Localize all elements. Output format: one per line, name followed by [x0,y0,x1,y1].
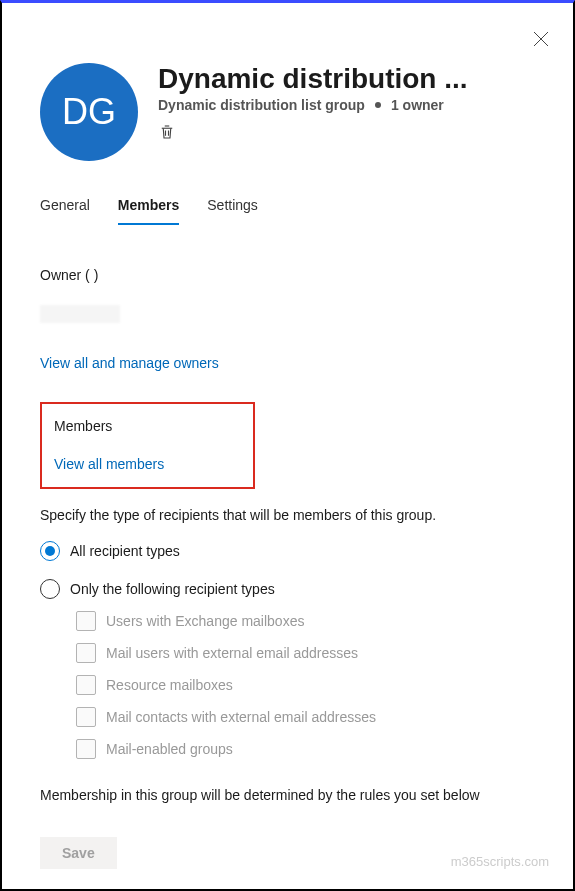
checkbox-mail-enabled-groups-label: Mail-enabled groups [106,741,233,757]
checkbox-mail-enabled-groups[interactable] [76,739,96,759]
tabs: General Members Settings [40,191,535,225]
owner-count: 1 owner [391,97,444,113]
members-highlight-box: Members View all members [40,402,255,489]
owner-label: Owner ( ) [40,267,535,283]
rules-description: Membership in this group will be determi… [40,787,535,803]
tab-members[interactable]: Members [118,191,179,225]
checkbox-mail-users-external[interactable] [76,643,96,663]
checkbox-resource-mailboxes[interactable] [76,675,96,695]
view-all-members-link[interactable]: View all members [54,456,164,472]
panel-header: DG Dynamic distribution ... Dynamic dist… [40,63,535,161]
checkbox-users-exchange-label: Users with Exchange mailboxes [106,613,304,629]
checkbox-users-exchange[interactable] [76,611,96,631]
watermark: m365scripts.com [451,854,549,869]
radio-all-recipients[interactable] [40,541,60,561]
group-type-label: Dynamic distribution list group [158,97,365,113]
radio-all-recipients-label: All recipient types [70,543,180,559]
recipients-description: Specify the type of recipients that will… [40,507,535,523]
radio-following-recipients-label: Only the following recipient types [70,581,275,597]
avatar: DG [40,63,138,161]
owner-section: Owner ( ) View all and manage owners [40,267,535,372]
delete-icon[interactable] [158,123,176,141]
separator-dot [375,102,381,108]
checkbox-resource-mailboxes-label: Resource mailboxes [106,677,233,693]
checkbox-mail-contacts-external[interactable] [76,707,96,727]
close-icon[interactable] [533,31,549,47]
page-title: Dynamic distribution ... [158,63,535,95]
checkbox-mail-users-external-label: Mail users with external email addresses [106,645,358,661]
save-button[interactable]: Save [40,837,117,869]
members-heading: Members [54,418,241,434]
checkbox-mail-contacts-external-label: Mail contacts with external email addres… [106,709,376,725]
tab-settings[interactable]: Settings [207,191,258,225]
manage-owners-link[interactable]: View all and manage owners [40,355,219,371]
radio-following-recipients[interactable] [40,579,60,599]
tab-general[interactable]: General [40,191,90,225]
owner-name-redacted [40,305,120,323]
recipient-type-list: Users with Exchange mailboxes Mail users… [76,611,535,759]
